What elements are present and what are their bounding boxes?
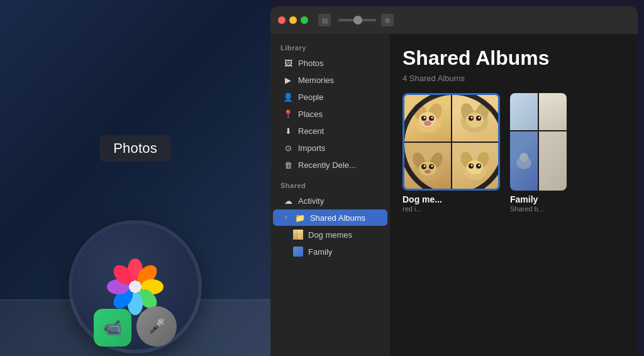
page-title: Shared Albums [402,47,625,70]
grid-view-button[interactable]: ⊞ [381,14,394,26]
dog-photo-4 [452,143,499,189]
sidebar-label-activity: Activity [298,196,324,206]
sidebar-icon: ▤ [322,17,328,24]
family-album-image [510,93,567,191]
album-card-family[interactable]: Family Shared b... [510,93,567,213]
sidebar-label-dog-memes: Dog memes [308,230,352,240]
album-card-dog-memes[interactable]: Dog me... red i... [402,93,500,213]
family-album-sub: Shared b... [510,205,567,213]
svg-point-17 [424,121,431,126]
family-photo-3 [510,131,538,191]
sidebar-label-photos: Photos [298,58,323,68]
family-album-name: Family [510,194,567,204]
corgi-svg-1 [409,99,447,137]
family-person-svg [513,150,535,172]
close-button[interactable] [278,16,286,24]
shared-section-label: Shared [270,179,390,192]
sidebar-label-places: Places [298,109,323,119]
dog-photo-1 [404,95,451,142]
corgi-svg-2 [456,99,494,137]
svg-point-24 [471,116,473,118]
page-subtitle: 4 Shared Albums [402,74,625,83]
main-content: Shared Albums 4 Shared Albums [390,34,638,356]
photos-window: ▤ ⊞ Library 🖼 Photos ▶ Memories 👤 [270,6,638,356]
family-photo-2 [539,93,567,130]
sidebar-label-recently-deleted: Recently Dele... [298,160,356,170]
slider-thumb [353,16,362,25]
svg-point-42 [479,165,480,167]
slider-track [338,19,376,21]
sidebar-item-memories[interactable]: ▶ Memories [273,72,387,88]
dog-memes-album-name: Dog me... [402,194,500,204]
dock-item-facetime[interactable]: 📹 [94,309,131,347]
dog-memes-album-image [402,93,500,191]
svg-point-21 [466,113,484,128]
dog-memes-album-sub: red i... [402,205,500,213]
dock-item-siri[interactable]: 🎤 [136,306,177,347]
sidebar-label-shared-albums: Shared Albums [310,213,365,223]
library-section-label: Library [270,42,390,54]
trash-icon: 🗑 [283,160,293,170]
sidebar-label-imports: Imports [298,143,325,153]
shared-albums-icon: 📁 [295,213,305,223]
family-photo-1 [510,93,538,130]
svg-point-33 [431,165,433,167]
app-tooltip: Photos [99,135,171,162]
sidebar-item-photos[interactable]: 🖼 Photos [273,55,387,71]
activity-icon: ☁ [283,196,293,206]
dog-memes-grid [404,95,498,189]
minimize-button[interactable] [289,16,297,24]
family-thumbnail [293,247,303,257]
sidebar-label-family: Family [308,247,332,257]
sidebar-item-dog-memes[interactable]: Dog memes [273,226,387,243]
dog-memes-thumbnail [293,230,303,240]
svg-point-8 [129,281,142,293]
maximize-button[interactable] [301,16,308,24]
sidebar-item-recently-deleted[interactable]: 🗑 Recently Dele... [273,157,387,173]
sidebar-item-family[interactable]: Family [273,243,387,260]
svg-point-32 [423,165,425,167]
svg-point-15 [423,116,425,118]
window-body: Library 🖼 Photos ▶ Memories 👤 People 📍 P… [270,34,638,356]
corgi-svg-4 [456,147,494,184]
photos-icon: 🖼 [283,58,293,68]
people-icon: 👤 [283,92,293,102]
svg-point-34 [425,170,431,174]
dog-photo-2 [452,95,499,142]
sidebar-item-activity[interactable]: ☁ Activity [273,192,387,209]
traffic-lights [278,16,308,24]
svg-point-16 [431,116,433,118]
dock: 📹 🎤 [0,306,270,347]
svg-point-44 [519,153,528,162]
dog-photo-3 [404,143,451,189]
corgi-svg-3 [409,147,447,184]
chevron-down-icon: ▼ [283,214,289,221]
albums-grid: Dog me... red i... [402,93,625,213]
sidebar: Library 🖼 Photos ▶ Memories 👤 People 📍 P… [270,34,390,356]
svg-point-41 [471,165,473,167]
sidebar-item-shared-albums[interactable]: ▼ 📁 Shared Albums [273,209,387,226]
sidebar-toggle-button[interactable]: ▤ [318,14,331,26]
sidebar-label-recent: Recent [298,126,324,136]
imports-icon: ⊙ [283,143,293,153]
family-photo-4 [539,131,567,191]
zoom-slider[interactable] [338,19,376,21]
memories-icon: ▶ [283,75,293,85]
titlebar: ▤ ⊞ [270,6,638,34]
sidebar-item-people[interactable]: 👤 People [273,89,387,105]
recent-icon: ⬇ [283,126,293,136]
family-grid [510,93,567,191]
desktop-panel: Photos 📹 🎤 [0,0,270,356]
places-icon: 📍 [283,109,293,119]
sidebar-item-imports[interactable]: ⊙ Imports [273,140,387,156]
sidebar-item-recent[interactable]: ⬇ Recent [273,123,387,139]
sidebar-item-places[interactable]: 📍 Places [273,106,387,122]
svg-point-25 [479,116,480,118]
sidebar-label-people: People [298,92,323,102]
sidebar-label-memories: Memories [298,75,334,85]
grid-icon: ⊞ [385,17,390,24]
